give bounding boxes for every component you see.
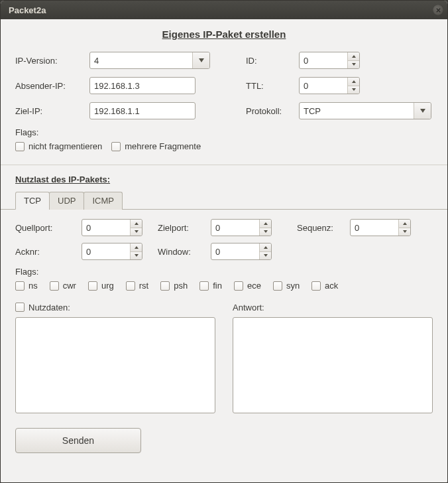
checkbox-icon (111, 142, 121, 151)
checkbox-label: ns (28, 281, 38, 291)
ip-flags-section: Flags: nicht fragmentieren mehrere Fragm… (15, 127, 433, 151)
protocol-value: TCP (304, 106, 321, 116)
chevron-down-icon[interactable] (131, 252, 142, 260)
dest-ip-input[interactable] (89, 102, 196, 119)
checkbox-icon (126, 281, 135, 291)
srcport-label: Quellport: (15, 223, 82, 233)
sender-ip-input[interactable] (89, 77, 196, 94)
chevron-down-icon[interactable] (348, 86, 359, 94)
tab-icmp[interactable]: ICMP (84, 192, 123, 210)
checkbox-label: nicht fragmentieren (28, 141, 102, 151)
tab-udp[interactable]: UDP (49, 192, 84, 210)
checkbox-icon (273, 281, 282, 291)
checkbox-icon (311, 281, 321, 291)
checkbox-ece[interactable]: ece (234, 281, 261, 291)
window-label: Window: (158, 247, 211, 257)
send-button[interactable]: Senden (15, 428, 141, 453)
window-spinner[interactable]: 0 (211, 243, 272, 260)
window-title: Packet2a (9, 5, 46, 15)
send-button-label: Senden (62, 435, 94, 446)
checkbox-payload[interactable]: Nutzdaten: (15, 303, 70, 312)
svg-marker-16 (264, 246, 268, 249)
ip-version-select[interactable]: 4 (89, 52, 210, 69)
response-label: Antwort: (233, 303, 264, 312)
checkbox-label: cwr (63, 281, 76, 291)
checkbox-rst[interactable]: rst (126, 281, 148, 291)
checkbox-psh[interactable]: psh (160, 281, 188, 291)
row-tcp-2: Acknr: 0 Window: 0 (15, 243, 433, 260)
dstport-value: 0 (215, 223, 259, 233)
srcport-spinner[interactable]: 0 (82, 219, 142, 236)
checkbox-icon (15, 303, 25, 312)
checkbox-ack[interactable]: ack (311, 281, 338, 291)
ip-version-value: 4 (94, 56, 99, 66)
svg-marker-10 (264, 222, 268, 225)
checkbox-label: syn (286, 281, 300, 291)
chevron-up-icon[interactable] (348, 78, 359, 86)
srcport-value: 0 (86, 223, 130, 233)
svg-marker-5 (352, 80, 356, 83)
tcp-flags-group: ns cwr urg rst psh fin ece syn ack (15, 281, 433, 291)
chevron-up-icon[interactable] (131, 220, 142, 228)
close-icon[interactable] (433, 5, 443, 15)
checkbox-ns[interactable]: ns (15, 281, 38, 291)
svg-marker-3 (352, 55, 356, 58)
app-window: Packet2a Eigenes IP-Paket erstellen IP-V… (0, 0, 448, 483)
checkbox-label: ece (247, 281, 261, 291)
divider (1, 165, 447, 165)
chevron-down-icon[interactable] (348, 61, 359, 69)
row-dest-proto: Ziel-IP: Protokoll: TCP (15, 102, 433, 119)
svg-marker-13 (403, 230, 407, 233)
id-value: 0 (304, 56, 347, 66)
chevron-up-icon[interactable] (260, 243, 271, 252)
chevron-up-icon[interactable] (260, 220, 271, 228)
chevron-up-icon[interactable] (348, 52, 359, 61)
svg-marker-4 (352, 63, 356, 66)
ip-version-label: IP-Version: (15, 56, 89, 66)
row-ipversion-id: IP-Version: 4 ID: 0 (15, 52, 433, 69)
acknr-label: Acknr: (15, 247, 82, 257)
titlebar[interactable]: Packet2a (1, 1, 447, 19)
checkbox-urg[interactable]: urg (88, 281, 114, 291)
checkbox-morefragments[interactable]: mehrere Fragmente (111, 141, 201, 151)
checkbox-label: urg (101, 281, 114, 291)
sender-ip-label: Absender-IP: (15, 81, 89, 91)
chevron-down-icon[interactable] (131, 228, 142, 236)
chevron-down-icon (414, 103, 431, 119)
checkbox-syn[interactable]: syn (273, 281, 300, 291)
dstport-label: Zielport: (158, 223, 211, 233)
chevron-down-icon[interactable] (399, 228, 410, 236)
svg-marker-17 (264, 254, 268, 257)
payload-textarea[interactable] (15, 317, 215, 413)
acknr-spinner[interactable]: 0 (82, 243, 142, 260)
tab-tcp[interactable]: TCP (15, 192, 50, 210)
tcp-flags-label: Flags: (15, 267, 433, 277)
checkbox-label: mehrere Fragmente (125, 141, 201, 151)
ttl-value: 0 (304, 81, 347, 91)
seq-spinner[interactable]: 0 (350, 219, 411, 236)
ip-flags-label: Flags: (15, 127, 433, 137)
checkbox-icon (50, 281, 59, 291)
chevron-down-icon[interactable] (260, 252, 271, 260)
response-textarea[interactable] (233, 317, 433, 413)
id-spinner[interactable]: 0 (299, 52, 360, 69)
checkbox-fin[interactable]: fin (199, 281, 222, 291)
tab-panel-tcp: Quellport: 0 Zielport: 0 (15, 210, 433, 453)
checkbox-cwr[interactable]: cwr (50, 281, 76, 291)
checkbox-nofragment[interactable]: nicht fragmentieren (15, 141, 102, 151)
payload-label: Nutzdaten: (28, 303, 70, 312)
dstport-spinner[interactable]: 0 (211, 219, 272, 236)
checkbox-icon (15, 281, 25, 291)
seq-value: 0 (355, 223, 398, 233)
window-value: 0 (215, 247, 259, 257)
protocol-select[interactable]: TCP (299, 102, 431, 119)
svg-marker-14 (135, 246, 139, 249)
chevron-up-icon[interactable] (131, 243, 142, 252)
dest-ip-label: Ziel-IP: (15, 106, 89, 116)
checkbox-label: ack (325, 281, 338, 291)
chevron-down-icon[interactable] (260, 228, 271, 236)
payload-heading: Nutzlast des IP-Pakets: (15, 174, 433, 184)
chevron-up-icon[interactable] (399, 220, 410, 228)
svg-marker-7 (420, 109, 425, 113)
ttl-spinner[interactable]: 0 (299, 77, 360, 94)
